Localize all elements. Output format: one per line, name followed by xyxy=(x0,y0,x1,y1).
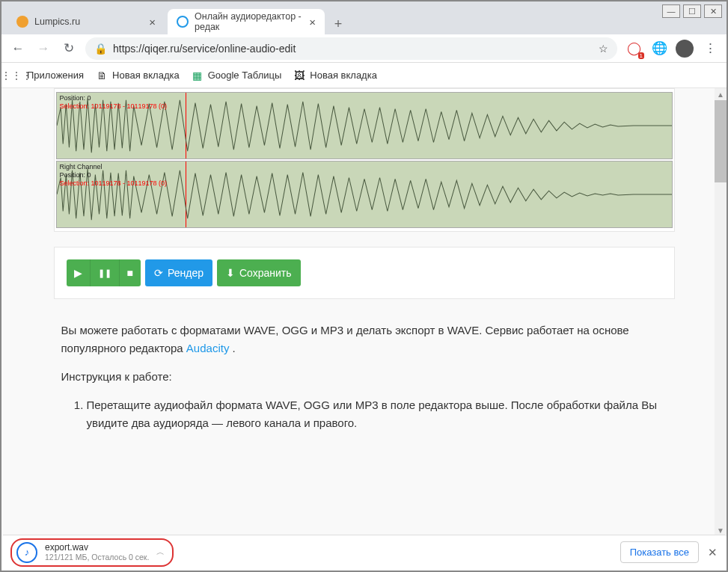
stop-button[interactable]: ■ xyxy=(120,259,141,286)
pause-icon: ❚❚ xyxy=(98,268,111,278)
reload-button[interactable]: ↻ xyxy=(60,40,78,58)
extension-icon[interactable]: ◯ 1 xyxy=(625,40,643,58)
favicon-lumpics xyxy=(16,16,28,28)
wave-selection-label: Selection: 10119178 - 10119178 (0) xyxy=(60,102,168,111)
scroll-thumb[interactable] xyxy=(715,100,727,182)
download-icon: ⬇ xyxy=(226,267,235,279)
bookmark-newtab2[interactable]: 🖼 Новая вкладка xyxy=(293,70,377,82)
bookmark-label: Приложения xyxy=(27,70,84,81)
window-close-button[interactable]: ✕ xyxy=(704,4,722,18)
description-text: Вы можете работать с форматами WAVE, OGG… xyxy=(54,322,675,432)
lock-icon: 🔒 xyxy=(94,43,107,55)
window-controls: — ☐ ✕ xyxy=(662,4,722,18)
page-content: ▲ ▼ Position: 0 Selection: 10119178 - 10… xyxy=(1,88,727,536)
tab-title: Lumpics.ru xyxy=(34,16,80,27)
navigation-bar: ← → ↻ 🔒 https://qiqer.ru/service/online-… xyxy=(1,34,727,63)
close-download-bar-button[interactable]: ✕ xyxy=(708,546,718,559)
picture-icon: 🖼 xyxy=(293,70,305,82)
vertical-scrollbar[interactable]: ▲ ▼ xyxy=(715,88,727,536)
tab-title: Онлайн аудиоредактор - редак xyxy=(195,11,303,32)
paragraph-text: Вы можете работать с форматами WAVE, OGG… xyxy=(61,324,629,354)
page-icon: 🗎 xyxy=(96,70,108,82)
wave-channel-label: Right Channel xyxy=(60,163,168,171)
bookmark-label: Новая вкладка xyxy=(112,70,180,81)
back-button[interactable]: ← xyxy=(9,40,27,58)
play-icon: ▶ xyxy=(74,267,82,279)
waveform-editor[interactable]: Position: 0 Selection: 10119178 - 101191… xyxy=(54,88,675,232)
waveform-left-channel[interactable]: Position: 0 Selection: 10119178 - 101191… xyxy=(56,92,673,159)
download-item[interactable]: ♪ export.wav 121/121 МБ, Осталось 0 сек.… xyxy=(10,538,174,567)
apps-icon: ⋮⋮⋮ xyxy=(10,70,22,82)
star-icon[interactable]: ☆ xyxy=(599,43,608,55)
play-button[interactable]: ▶ xyxy=(67,259,91,286)
scroll-up-icon[interactable]: ▲ xyxy=(715,88,727,100)
wave-position-label: Position: 0 xyxy=(60,94,168,102)
tab-close-icon[interactable]: × xyxy=(309,16,316,28)
favicon-qiqer xyxy=(177,16,189,28)
waveform-right-channel[interactable]: Right Channel Position: 0 Selection: 101… xyxy=(56,161,673,228)
wave-selection-label: Selection: 10119178 - 10119178 (0) xyxy=(60,179,168,188)
menu-button[interactable]: ⋮ xyxy=(701,40,719,58)
tab-close-icon[interactable]: × xyxy=(149,16,156,28)
instruction-step: Перетащите аудиофайл формата WAVE, OGG и… xyxy=(87,396,667,432)
bookmark-newtab1[interactable]: 🗎 Новая вкладка xyxy=(96,70,180,82)
audacity-link[interactable]: Audacity xyxy=(186,342,230,354)
chevron-up-icon[interactable]: ︿ xyxy=(156,547,165,558)
new-tab-button[interactable]: + xyxy=(328,13,349,34)
address-bar[interactable]: 🔒 https://qiqer.ru/service/online-audio-… xyxy=(85,37,617,60)
show-all-downloads-button[interactable]: Показать все xyxy=(620,541,699,563)
playback-group: ▶ ❚❚ ■ xyxy=(67,259,141,286)
forward-button[interactable]: → xyxy=(34,40,52,58)
controls-panel: ▶ ❚❚ ■ ⟳ Рендер ⬇ Сохранить xyxy=(54,247,675,299)
download-bar: ♪ export.wav 121/121 МБ, Осталось 0 сек.… xyxy=(3,535,725,569)
window-minimize-button[interactable]: — xyxy=(662,4,680,18)
download-filename: export.wav xyxy=(45,542,149,553)
pause-button[interactable]: ❚❚ xyxy=(91,259,120,286)
extension-badge: 1 xyxy=(638,52,644,59)
profile-avatar[interactable] xyxy=(676,40,694,58)
bookmark-sheets[interactable]: ▦ Google Таблицы xyxy=(192,70,282,82)
apps-shortcut[interactable]: ⋮⋮⋮ Приложения xyxy=(10,70,84,82)
render-button[interactable]: ⟳ Рендер xyxy=(145,259,212,286)
button-label: Сохранить xyxy=(239,267,292,279)
paragraph-text: . xyxy=(229,342,235,354)
download-status: 121/121 МБ, Осталось 0 сек. xyxy=(45,553,149,562)
sheets-icon: ▦ xyxy=(192,70,204,82)
render-icon: ⟳ xyxy=(154,267,163,279)
tab-lumpics[interactable]: Lumpics.ru × xyxy=(7,9,165,34)
bookmark-label: Google Таблицы xyxy=(208,70,282,81)
translate-icon[interactable]: 🌐 xyxy=(650,40,668,58)
button-label: Рендер xyxy=(168,267,204,279)
instructions-heading: Инструкция к работе: xyxy=(61,368,667,386)
tab-qiqer[interactable]: Онлайн аудиоредактор - редак × xyxy=(168,9,325,34)
bookmarks-bar: ⋮⋮⋮ Приложения 🗎 Новая вкладка ▦ Google … xyxy=(1,63,727,88)
window-maximize-button[interactable]: ☐ xyxy=(683,4,701,18)
bookmark-label: Новая вкладка xyxy=(310,70,377,81)
save-button[interactable]: ⬇ Сохранить xyxy=(217,259,301,286)
stop-icon: ■ xyxy=(127,267,133,279)
url-text: https://qiqer.ru/service/online-audio-ed… xyxy=(113,43,593,55)
wave-position-label: Position: 0 xyxy=(60,171,168,179)
file-audio-icon: ♪ xyxy=(16,542,37,563)
tab-strip: Lumpics.ru × Онлайн аудиоредактор - реда… xyxy=(1,1,727,34)
